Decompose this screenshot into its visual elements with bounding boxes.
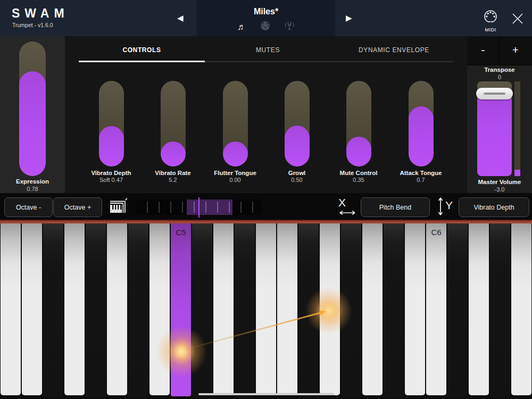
key-B4[interactable] xyxy=(149,223,170,395)
key-C5[interactable]: C5 xyxy=(171,223,191,396)
expression-value: 0.78 xyxy=(0,186,65,192)
slider-fill xyxy=(285,126,310,167)
slider-flutter-tongue[interactable]: Flutter Tongue0.00 xyxy=(211,81,259,183)
slider-vibrato-depth[interactable]: Vibrato DepthSoft 0.47 xyxy=(87,81,135,183)
slider-track[interactable] xyxy=(346,81,371,167)
key-D#5[interactable] xyxy=(235,223,255,398)
slider-growl[interactable]: Growl0.50 xyxy=(273,81,321,183)
key-G4[interactable] xyxy=(64,223,85,395)
y-axis-assign[interactable]: Y xyxy=(437,196,453,217)
slider-mute-control[interactable]: Mute Control0.35 xyxy=(335,81,383,183)
slider-label: Growl xyxy=(273,170,321,176)
keyboard-control-bar: Octave - Octave + X xyxy=(0,193,532,220)
x-axis-label: X xyxy=(338,196,346,209)
tuning-fork-icon[interactable] xyxy=(284,20,295,33)
x-axis-arrow-icon xyxy=(338,210,356,216)
key-F#4[interactable] xyxy=(43,223,63,398)
transpose-minus-button[interactable]: - xyxy=(467,36,499,65)
level-meter xyxy=(514,81,520,176)
slider-track[interactable] xyxy=(223,81,248,167)
app-version: Trumpet - v1.6.0 xyxy=(12,22,53,28)
close-button[interactable] xyxy=(510,11,526,29)
range-cursor xyxy=(198,197,200,218)
slider-value: 0.7 xyxy=(397,177,445,183)
slider-fill xyxy=(161,142,186,167)
key-B5[interactable] xyxy=(405,223,425,395)
key-A4[interactable] xyxy=(107,223,127,395)
key-F#5[interactable] xyxy=(298,223,319,398)
tab-mutes[interactable]: MUTES xyxy=(205,46,331,56)
x-axis-assign[interactable]: X xyxy=(338,196,356,216)
octave-tick xyxy=(229,202,230,213)
y-axis-label: Y xyxy=(445,199,453,212)
y-axis-arrow-icon xyxy=(437,196,444,217)
key-A5[interactable] xyxy=(362,223,383,395)
key-C6[interactable]: C6 xyxy=(426,223,446,395)
key-A#4[interactable] xyxy=(128,223,148,398)
slider-label: Vibrato Rate xyxy=(149,170,197,176)
slider-track[interactable] xyxy=(161,81,186,167)
slider-value: 0.50 xyxy=(273,177,321,183)
slider-fill xyxy=(409,106,434,167)
midi-din-icon[interactable] xyxy=(260,21,270,33)
topbar-left-section: SWAM Trumpet - v1.6.0 ◀ xyxy=(0,0,197,36)
octave-tick xyxy=(194,202,195,213)
slider-track[interactable] xyxy=(409,81,434,167)
music-note-icon[interactable]: ♬ xyxy=(237,22,246,31)
y-axis-button[interactable]: Vibrato Depth xyxy=(459,197,529,217)
expression-slider[interactable] xyxy=(19,41,46,176)
piano-keyboard[interactable]: C5C6 xyxy=(0,223,532,399)
key-D5[interactable] xyxy=(213,223,234,395)
slider-attack-tongue[interactable]: Attack Tongue0.7 xyxy=(397,81,445,183)
x-axis-button[interactable]: Pitch Bend xyxy=(361,197,430,217)
key-C#5[interactable] xyxy=(192,223,212,398)
transpose-plus-button[interactable]: + xyxy=(500,36,531,65)
slider-label: Flutter Tongue xyxy=(211,170,259,176)
slider-track[interactable] xyxy=(285,81,310,167)
octave-tick xyxy=(182,202,183,213)
previous-preset-button[interactable]: ◀ xyxy=(177,14,184,22)
octave-down-button[interactable]: Octave - xyxy=(4,197,53,217)
slider-vibrato-rate[interactable]: Vibrato Rate5.2 xyxy=(149,81,197,183)
midi-panel-button[interactable]: MIDI xyxy=(481,10,500,32)
topbar-right-section: ▶ xyxy=(335,0,532,36)
master-volume-label: Master Volume xyxy=(467,179,532,185)
slider-label: Mute Control xyxy=(335,170,383,176)
key-E4[interactable] xyxy=(1,223,21,395)
keyboard-range-icon[interactable] xyxy=(108,197,127,218)
midi-connector-icon xyxy=(483,10,498,24)
key-E5[interactable] xyxy=(256,223,276,395)
keyboard-top-divider xyxy=(0,220,532,223)
output-panel: - + Transpose 0 Master Volume -3.0 xyxy=(467,36,532,193)
handle-grip-line xyxy=(484,93,505,95)
key-D#6[interactable] xyxy=(490,223,510,398)
octave-tick xyxy=(252,202,253,213)
expression-label: Expression xyxy=(0,178,65,185)
slider-fill xyxy=(346,137,371,167)
octave-up-button[interactable]: Octave + xyxy=(53,197,102,217)
master-volume-handle[interactable] xyxy=(476,88,513,99)
octave-tick xyxy=(159,202,160,213)
keyboard-scrollbar[interactable] xyxy=(198,393,334,395)
key-F4[interactable] xyxy=(22,223,42,395)
key-C#6[interactable] xyxy=(447,223,468,398)
key-G#5[interactable] xyxy=(341,223,361,398)
key-G5[interactable] xyxy=(320,223,340,395)
slider-track[interactable] xyxy=(99,81,124,167)
midi-label: MIDI xyxy=(481,27,500,32)
preset-name[interactable]: Miles* xyxy=(197,7,335,16)
octave-tick xyxy=(170,202,171,213)
octave-tick xyxy=(240,202,242,213)
key-F5[interactable] xyxy=(277,223,297,395)
key-G#4[interactable] xyxy=(86,223,106,398)
slider-label: Attack Tongue xyxy=(397,170,445,176)
next-preset-button[interactable]: ▶ xyxy=(346,14,352,22)
tab-controls[interactable]: CONTROLS xyxy=(79,46,205,56)
slider-fill xyxy=(99,126,124,167)
key-E6[interactable] xyxy=(511,223,531,395)
slider-label: Vibrato Depth xyxy=(87,170,135,176)
tab-dynamic-envelope[interactable]: DYNAMIC ENVELOPE xyxy=(331,46,457,56)
key-A#5[interactable] xyxy=(384,223,404,398)
key-D6[interactable] xyxy=(469,223,489,395)
slider-fill xyxy=(223,142,248,167)
